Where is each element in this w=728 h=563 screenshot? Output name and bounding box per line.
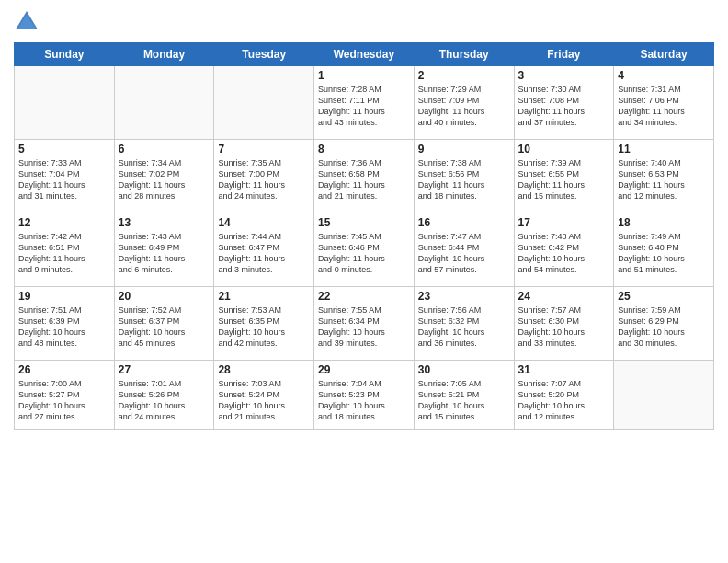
day-info: Sunrise: 7:55 AM Sunset: 6:34 PM Dayligh… — [318, 304, 410, 350]
calendar-cell: 3Sunrise: 7:30 AM Sunset: 7:08 PM Daylig… — [514, 66, 614, 140]
day-info: Sunrise: 7:07 AM Sunset: 5:20 PM Dayligh… — [518, 378, 610, 423]
day-number: 11 — [618, 143, 710, 155]
calendar-cell: 27Sunrise: 7:01 AM Sunset: 5:26 PM Dayli… — [114, 361, 214, 430]
calendar-cell: 6Sunrise: 7:34 AM Sunset: 7:02 PM Daylig… — [114, 140, 214, 213]
day-number: 30 — [418, 363, 510, 376]
day-info: Sunrise: 7:42 AM Sunset: 6:51 PM Dayligh… — [18, 231, 110, 276]
day-number: 19 — [18, 290, 110, 303]
day-info: Sunrise: 7:44 AM Sunset: 6:47 PM Dayligh… — [218, 231, 310, 276]
calendar-cell: 9Sunrise: 7:38 AM Sunset: 6:56 PM Daylig… — [414, 140, 514, 213]
calendar-cell: 14Sunrise: 7:44 AM Sunset: 6:47 PM Dayli… — [214, 213, 314, 287]
calendar-cell: 7Sunrise: 7:35 AM Sunset: 7:00 PM Daylig… — [214, 140, 314, 213]
calendar-cell — [114, 66, 214, 140]
calendar-cell: 18Sunrise: 7:49 AM Sunset: 6:40 PM Dayli… — [614, 213, 714, 287]
day-number: 24 — [518, 290, 610, 303]
day-number: 18 — [618, 216, 710, 229]
day-number: 5 — [18, 143, 110, 155]
week-row-3: 19Sunrise: 7:51 AM Sunset: 6:39 PM Dayli… — [15, 287, 714, 361]
day-info: Sunrise: 7:38 AM Sunset: 6:56 PM Dayligh… — [418, 157, 510, 202]
week-row-2: 12Sunrise: 7:42 AM Sunset: 6:51 PM Dayli… — [15, 213, 714, 287]
day-number: 16 — [418, 216, 510, 229]
day-number: 22 — [318, 290, 410, 303]
week-row-4: 26Sunrise: 7:00 AM Sunset: 5:27 PM Dayli… — [15, 361, 714, 430]
weekday-header-sunday: Sunday — [15, 43, 115, 66]
calendar-cell: 25Sunrise: 7:59 AM Sunset: 6:29 PM Dayli… — [614, 287, 714, 361]
calendar-cell: 5Sunrise: 7:33 AM Sunset: 7:04 PM Daylig… — [15, 140, 115, 213]
day-number: 6 — [119, 143, 210, 155]
calendar-cell: 11Sunrise: 7:40 AM Sunset: 6:53 PM Dayli… — [614, 140, 714, 213]
day-number: 26 — [18, 363, 110, 376]
day-info: Sunrise: 7:52 AM Sunset: 6:37 PM Dayligh… — [119, 304, 210, 350]
day-number: 12 — [18, 216, 110, 229]
day-info: Sunrise: 7:48 AM Sunset: 6:42 PM Dayligh… — [518, 231, 610, 276]
weekday-header-monday: Monday — [114, 43, 214, 66]
day-number: 14 — [218, 216, 310, 229]
calendar-cell: 30Sunrise: 7:05 AM Sunset: 5:21 PM Dayli… — [414, 361, 514, 430]
weekday-header-wednesday: Wednesday — [314, 43, 415, 66]
day-number: 27 — [119, 363, 210, 376]
week-row-0: 1Sunrise: 7:28 AM Sunset: 7:11 PM Daylig… — [15, 66, 714, 140]
day-info: Sunrise: 7:03 AM Sunset: 5:24 PM Dayligh… — [218, 378, 310, 423]
calendar-cell: 31Sunrise: 7:07 AM Sunset: 5:20 PM Dayli… — [514, 361, 614, 430]
calendar-cell: 16Sunrise: 7:47 AM Sunset: 6:44 PM Dayli… — [414, 213, 514, 287]
day-number: 7 — [218, 143, 310, 155]
calendar-cell — [15, 66, 115, 140]
calendar-table: SundayMondayTuesdayWednesdayThursdayFrid… — [14, 42, 714, 430]
day-info: Sunrise: 7:04 AM Sunset: 5:23 PM Dayligh… — [318, 378, 410, 423]
day-number: 3 — [518, 69, 610, 82]
calendar-cell: 10Sunrise: 7:39 AM Sunset: 6:55 PM Dayli… — [514, 140, 614, 213]
day-info: Sunrise: 7:57 AM Sunset: 6:30 PM Dayligh… — [518, 304, 610, 350]
calendar-cell: 19Sunrise: 7:51 AM Sunset: 6:39 PM Dayli… — [15, 287, 115, 361]
day-info: Sunrise: 7:45 AM Sunset: 6:46 PM Dayligh… — [318, 231, 410, 276]
day-info: Sunrise: 7:43 AM Sunset: 6:49 PM Dayligh… — [119, 231, 210, 276]
day-number: 17 — [518, 216, 610, 229]
day-info: Sunrise: 7:53 AM Sunset: 6:35 PM Dayligh… — [218, 304, 310, 350]
calendar-cell: 1Sunrise: 7:28 AM Sunset: 7:11 PM Daylig… — [314, 66, 415, 140]
calendar-cell: 13Sunrise: 7:43 AM Sunset: 6:49 PM Dayli… — [114, 213, 214, 287]
weekday-header-tuesday: Tuesday — [214, 43, 314, 66]
logo-icon — [14, 9, 40, 35]
calendar-cell: 21Sunrise: 7:53 AM Sunset: 6:35 PM Dayli… — [214, 287, 314, 361]
day-info: Sunrise: 7:33 AM Sunset: 7:04 PM Dayligh… — [18, 157, 110, 202]
day-number: 29 — [318, 363, 410, 376]
calendar-cell: 12Sunrise: 7:42 AM Sunset: 6:51 PM Dayli… — [15, 213, 115, 287]
calendar-cell: 28Sunrise: 7:03 AM Sunset: 5:24 PM Dayli… — [214, 361, 314, 430]
calendar-cell: 15Sunrise: 7:45 AM Sunset: 6:46 PM Dayli… — [314, 213, 415, 287]
day-number: 8 — [318, 143, 410, 155]
weekday-header-saturday: Saturday — [614, 43, 714, 66]
day-number: 23 — [418, 290, 510, 303]
calendar-cell — [614, 361, 714, 430]
calendar-cell: 29Sunrise: 7:04 AM Sunset: 5:23 PM Dayli… — [314, 361, 415, 430]
calendar-cell: 2Sunrise: 7:29 AM Sunset: 7:09 PM Daylig… — [414, 66, 514, 140]
day-info: Sunrise: 7:01 AM Sunset: 5:26 PM Dayligh… — [119, 378, 210, 423]
day-number: 1 — [318, 69, 410, 82]
day-info: Sunrise: 7:35 AM Sunset: 7:00 PM Dayligh… — [218, 157, 310, 202]
day-number: 10 — [518, 143, 610, 155]
day-number: 25 — [618, 290, 710, 303]
day-number: 9 — [418, 143, 510, 155]
day-info: Sunrise: 7:30 AM Sunset: 7:08 PM Dayligh… — [518, 84, 610, 129]
day-number: 21 — [218, 290, 310, 303]
day-number: 28 — [218, 363, 310, 376]
day-info: Sunrise: 7:05 AM Sunset: 5:21 PM Dayligh… — [418, 378, 510, 423]
day-info: Sunrise: 7:39 AM Sunset: 6:55 PM Dayligh… — [518, 157, 610, 202]
day-info: Sunrise: 7:47 AM Sunset: 6:44 PM Dayligh… — [418, 231, 510, 276]
day-info: Sunrise: 7:56 AM Sunset: 6:32 PM Dayligh… — [418, 304, 510, 350]
logo — [14, 9, 41, 35]
calendar-cell: 24Sunrise: 7:57 AM Sunset: 6:30 PM Dayli… — [514, 287, 614, 361]
day-info: Sunrise: 7:59 AM Sunset: 6:29 PM Dayligh… — [618, 304, 710, 350]
day-number: 4 — [618, 69, 710, 82]
day-info: Sunrise: 7:28 AM Sunset: 7:11 PM Dayligh… — [318, 84, 410, 129]
header — [14, 9, 714, 35]
calendar-cell: 17Sunrise: 7:48 AM Sunset: 6:42 PM Dayli… — [514, 213, 614, 287]
day-info: Sunrise: 7:49 AM Sunset: 6:40 PM Dayligh… — [618, 231, 710, 276]
day-number: 15 — [318, 216, 410, 229]
day-info: Sunrise: 7:36 AM Sunset: 6:58 PM Dayligh… — [318, 157, 410, 202]
weekday-header-row: SundayMondayTuesdayWednesdayThursdayFrid… — [15, 43, 714, 66]
weekday-header-thursday: Thursday — [414, 43, 514, 66]
day-number: 13 — [119, 216, 210, 229]
calendar-cell: 20Sunrise: 7:52 AM Sunset: 6:37 PM Dayli… — [114, 287, 214, 361]
day-info: Sunrise: 7:40 AM Sunset: 6:53 PM Dayligh… — [618, 157, 710, 202]
day-info: Sunrise: 7:34 AM Sunset: 7:02 PM Dayligh… — [119, 157, 210, 202]
calendar-cell: 22Sunrise: 7:55 AM Sunset: 6:34 PM Dayli… — [314, 287, 415, 361]
